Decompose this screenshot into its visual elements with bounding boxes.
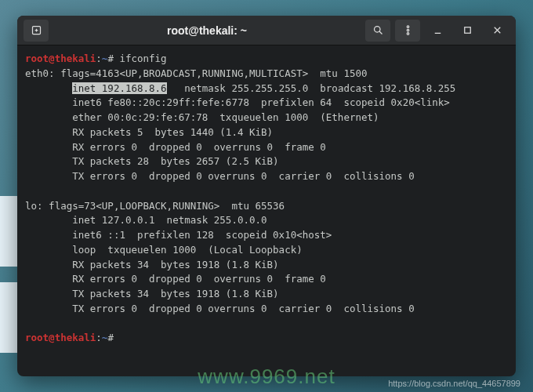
- search-icon: [372, 24, 384, 36]
- close-button[interactable]: [484, 20, 509, 42]
- prompt-sep: :: [96, 332, 102, 343]
- out-line: inet6 fe80::20c:29ff:fefe:6778 prefixlen…: [25, 96, 450, 108]
- titlebar: root@thekali: ~: [17, 16, 516, 45]
- out-line: lo: flags=73<UP,LOOPBACK,RUNNING> mtu 65…: [25, 200, 285, 212]
- svg-point-6: [407, 29, 409, 31]
- search-button[interactable]: [365, 20, 390, 42]
- out-line: netmask 255.255.255.0 broadcast 192.168.…: [167, 82, 456, 94]
- out-line: RX errors 0 dropped 0 overruns 0 frame 0: [25, 273, 326, 285]
- terminal-body[interactable]: root@thekali:~# ifconfig eth0: flags=416…: [17, 45, 516, 376]
- new-tab-icon: [31, 24, 42, 36]
- out-line: eth0: flags=4163<UP,BROADCAST,RUNNING,MU…: [25, 67, 368, 79]
- prompt-symbol: #: [107, 53, 114, 64]
- out-line: RX errors 0 dropped 0 overruns 0 frame 0: [25, 141, 326, 153]
- out-line: TX errors 0 dropped 0 overruns 0 carrier…: [25, 170, 415, 182]
- out-line: loop txqueuelen 1000 (Local Loopback): [25, 244, 303, 256]
- window-title: root@thekali: ~: [53, 24, 361, 37]
- out-line: RX packets 5 bytes 1440 (1.4 KiB): [25, 126, 273, 138]
- svg-line-4: [379, 31, 382, 34]
- out-line: TX errors 0 dropped 0 overruns 0 carrier…: [25, 303, 415, 314]
- svg-rect-9: [464, 27, 470, 34]
- prompt-sep: :: [96, 53, 102, 64]
- svg-point-7: [407, 33, 409, 35]
- out-line: TX packets 34 bytes 1918 (1.8 KiB): [25, 288, 279, 299]
- prompt-user: root@thekali: [25, 53, 96, 64]
- out-line: inet6 ::1 prefixlen 128 scopeid 0x10<hos…: [25, 229, 332, 241]
- prompt-user: root@thekali: [25, 332, 96, 343]
- minimize-icon: [432, 24, 444, 36]
- out-line: ether 00:0c:29:fe:67:78 txqueuelen 1000 …: [25, 111, 379, 123]
- out-line: TX packets 28 bytes 2657 (2.5 KiB): [25, 155, 279, 167]
- close-icon: [491, 24, 503, 36]
- maximize-icon: [462, 24, 473, 36]
- out-line: RX packets 34 bytes 1918 (1.8 KiB): [25, 259, 279, 270]
- watermark-source: https://blog.csdn.net/qq_44657899: [388, 379, 520, 388]
- maximize-button[interactable]: [455, 20, 480, 42]
- prompt-symbol: #: [107, 332, 114, 343]
- out-line: inet 127.0.0.1 netmask 255.0.0.0: [25, 214, 267, 226]
- svg-point-3: [374, 27, 380, 33]
- new-tab-button[interactable]: [24, 20, 49, 42]
- svg-point-5: [407, 26, 409, 28]
- menu-button[interactable]: [395, 20, 420, 42]
- command-text: ifconfig: [119, 53, 166, 64]
- terminal-window: root@thekali: ~ root@thekali:~# ifconfig…: [17, 16, 516, 376]
- kebab-icon: [402, 24, 414, 36]
- minimize-button[interactable]: [425, 20, 450, 42]
- highlighted-ip: inet 192.168.8.6: [72, 82, 166, 94]
